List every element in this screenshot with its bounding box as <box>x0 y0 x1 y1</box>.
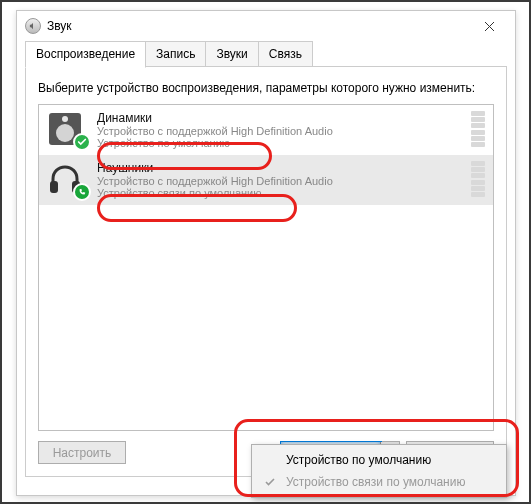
tab-communications[interactable]: Связь <box>258 41 313 67</box>
level-meter <box>471 111 485 147</box>
configure-button[interactable]: Настроить <box>38 441 126 464</box>
device-description: Устройство с поддержкой High Definition … <box>97 175 465 187</box>
device-icon-wrap <box>45 159 89 199</box>
device-text: Наушники Устройство с поддержкой High De… <box>97 159 465 199</box>
device-description: Устройство с поддержкой High Definition … <box>97 125 465 137</box>
device-status: Устройство связи по умолчанию <box>97 187 465 199</box>
level-meter <box>471 161 485 197</box>
device-status: Устройство по умолчанию <box>97 137 465 149</box>
svg-point-1 <box>56 124 74 142</box>
device-item[interactable]: Динамики Устройство с поддержкой High De… <box>39 105 493 155</box>
window-title: Звук <box>47 19 471 33</box>
check-icon <box>262 476 278 488</box>
tab-recording[interactable]: Запись <box>145 41 206 67</box>
dropdown-item-default-comm-device[interactable]: Устройство связи по умолчанию <box>256 471 502 493</box>
device-list[interactable]: Динамики Устройство с поддержкой High De… <box>38 104 494 431</box>
svg-point-2 <box>62 116 68 122</box>
dropdown-item-default-device[interactable]: Устройство по умолчанию <box>256 449 502 471</box>
instruction-text: Выберите устройство воспроизведения, пар… <box>38 81 494 96</box>
default-check-icon <box>73 133 91 151</box>
device-name: Наушники <box>97 161 465 175</box>
device-icon-wrap <box>45 109 89 149</box>
titlebar: Звук <box>17 11 515 41</box>
device-text: Динамики Устройство с поддержкой High De… <box>97 109 465 149</box>
svg-rect-3 <box>50 181 58 193</box>
audio-icon <box>25 18 41 34</box>
tab-panel: Выберите устройство воспроизведения, пар… <box>25 67 507 477</box>
tab-sounds[interactable]: Звуки <box>205 41 258 67</box>
default-dropdown-menu: Устройство по умолчанию Устройство связи… <box>251 444 507 498</box>
device-name: Динамики <box>97 111 465 125</box>
default-comm-icon <box>73 183 91 201</box>
dropdown-item-label: Устройство связи по умолчанию <box>286 475 465 489</box>
tab-playback[interactable]: Воспроизведение <box>25 41 146 68</box>
close-button[interactable] <box>471 14 507 38</box>
tab-strip: Воспроизведение Запись Звуки Связь <box>17 41 515 67</box>
device-item[interactable]: Наушники Устройство с поддержкой High De… <box>39 155 493 205</box>
sound-dialog: Звук Воспроизведение Запись Звуки Связь … <box>16 10 516 496</box>
dropdown-item-label: Устройство по умолчанию <box>286 453 431 467</box>
